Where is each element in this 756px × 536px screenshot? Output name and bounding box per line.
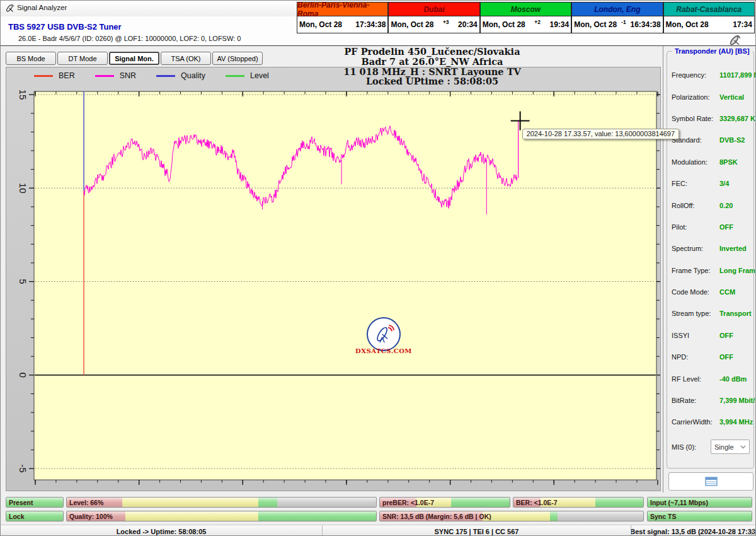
bar-label: Sync TS — [650, 513, 676, 520]
bar-segments — [67, 498, 376, 507]
dxsatcs-logo: DXSATCS.COM — [349, 317, 418, 354]
clock-date: Mon, Oct 28 — [666, 20, 709, 29]
clock-time: 20:34 — [458, 20, 478, 29]
transponder-row-label: RF Level: — [672, 375, 719, 383]
clock-time: 17:34:38 — [355, 20, 386, 29]
svg-text:0: 0 — [18, 373, 28, 378]
signal-bar-sync-ts: Sync TS — [647, 511, 752, 521]
clock-time: 19:34 — [549, 20, 569, 29]
transponder-row: FEC:3/4 — [672, 173, 750, 194]
clock-date: Mon, Oct 28 — [574, 20, 617, 29]
transponder-row: Polarization:Vertical — [672, 86, 750, 107]
bar-segment-yellow — [125, 511, 258, 521]
transponder-row-label: ISSYI — [672, 332, 719, 339]
chart-title-line3: 11 018 MHz_H : SNRT Layoune TV — [265, 67, 599, 77]
transponder-row: CarrierWidth:3,994 MHz — [672, 411, 750, 433]
bar-segment-yellow — [483, 511, 550, 521]
clock-utc-offset: +3 — [433, 19, 458, 25]
transponder-panel-title: Transponder (AU) [BS] — [672, 47, 752, 55]
transponder-panel: Transponder (AU) [BS] Frequency:11017,89… — [667, 51, 754, 469]
bar-label: BER: <1.0E-7 — [516, 499, 558, 506]
transponder-row-label: CarrierWidth: — [672, 418, 719, 426]
transponder-row: Symbol Rate:3329,687 KS/s — [672, 108, 750, 129]
clock-time-row: Mon, Oct 2817:34:38 — [297, 16, 388, 33]
transponder-row-label: NPD: — [672, 353, 719, 361]
transponder-row-value: 3/4 — [719, 180, 729, 187]
status-sync-counters: SYNC 175 | TEI 6 | CC 567 — [322, 525, 631, 536]
svg-text:-5: -5 — [18, 464, 28, 472]
panel-divider — [663, 46, 663, 492]
svg-text:15: 15 — [18, 90, 28, 100]
mode-button-dt-mode[interactable]: DT Mode — [57, 52, 108, 65]
clock-city: Berlin-Paris-Vienna-Roma — [297, 2, 388, 16]
clock-date: Mon, Oct 28 — [483, 20, 525, 29]
transponder-row-label: Modulation: — [672, 158, 719, 166]
clock-time-row: Mon, Oct 28-116:34:38 — [571, 16, 663, 33]
transponder-row: RollOff:0.20 — [672, 194, 750, 216]
clock-cell-2: MoscowMon, Oct 28+219:34 — [480, 2, 571, 34]
resize-grip[interactable] — [748, 528, 755, 535]
transponder-row-value: 7,399 Mbit/s — [719, 397, 756, 404]
clock-utc-offset: -1 — [617, 19, 630, 25]
transponder-list-button[interactable] — [668, 472, 753, 491]
mis-dropdown[interactable]: Single — [711, 440, 750, 454]
tuner-details: 26.0E - Badr 4/5/6/7 (ID: 0260) @ LOF1: … — [18, 35, 241, 42]
chart-tooltip: 2024-10-28 17.33.57, value: 13,600000381… — [522, 129, 680, 139]
clock-city: Moscow — [480, 2, 571, 16]
bar-label: Quality: 100% — [69, 513, 113, 520]
transponder-row: RF Level:-40 dBm — [672, 368, 750, 389]
signal-bar-level: Level: 66% — [66, 497, 377, 508]
transponder-row-value: 3329,687 KS/s — [719, 115, 756, 122]
transponder-row-label: Polarization: — [672, 93, 719, 101]
bar-label: Present — [9, 499, 33, 506]
clock-time-row: Mon, Oct 28+320:34 — [388, 16, 479, 33]
world-clock-panel: Berlin-Paris-Vienna-RomaMon, Oct 2817:34… — [297, 2, 755, 34]
mode-button-signal-mon[interactable]: Signal Mon. — [109, 52, 159, 65]
mode-button-bs-mode[interactable]: BS Mode — [6, 52, 56, 65]
signal-bar-present: Present — [6, 497, 64, 508]
transponder-row: Code Mode:CCM — [672, 281, 750, 303]
bar-label: Input (~7,11 Mbps) — [650, 499, 708, 506]
dxsatcs-logo-text: DXSATCS.COM — [349, 347, 418, 354]
tuner-name: TBS 5927 USB DVB-S2 Tuner — [8, 22, 122, 32]
clock-time: 17:34 — [733, 20, 752, 29]
transponder-row: Standard:DVB-S2 — [672, 129, 750, 151]
bar-label: Level: 66% — [69, 499, 103, 506]
transponder-row-value: -40 dBm — [719, 375, 747, 383]
transponder-row: NPD:OFF — [672, 346, 750, 368]
transponder-row-label: Pilot: — [672, 223, 719, 231]
clock-city: Rabat-Casablanca — [663, 2, 755, 16]
transponder-row-label: Stream type: — [672, 310, 719, 317]
clock-cell-1: DubaiMon, Oct 28+320:34 — [388, 2, 479, 34]
transponder-row: ISSYIOFF — [672, 325, 750, 346]
transponder-row-label: FEC: — [672, 180, 719, 187]
clock-date: Mon, Oct 28 — [391, 20, 433, 29]
svg-text:10: 10 — [18, 183, 28, 194]
bar-label: preBER: <1.0E-7 — [382, 499, 434, 506]
status-lock-uptime: Locked -> Uptime: 58:08:05 — [1, 525, 322, 536]
transponder-row-label: Frame Type: — [672, 267, 719, 274]
bar-segment-green — [258, 511, 376, 521]
transponder-row-value: OFF — [719, 353, 733, 361]
mode-button-tsa-ok[interactable]: TSA (OK) — [161, 52, 211, 65]
mis-dropdown-value: Single — [714, 443, 734, 451]
bar-segment-green — [595, 498, 643, 507]
clock-city: Dubai — [388, 2, 479, 16]
mis-row: MIS (0): Single — [672, 439, 750, 455]
signal-bar-quality: Quality: 100% — [66, 511, 377, 521]
clock-cell-4: Rabat-CasablancaMon, Oct 2817:34 — [663, 2, 755, 34]
clock-time-row: Mon, Oct 2817:34 — [663, 16, 755, 33]
dxsatcs-logo-circle — [367, 317, 401, 351]
transponder-row-value: OFF — [719, 223, 733, 231]
signal-bar-lock: Lock — [6, 511, 64, 521]
satellite-dish-icon — [727, 35, 743, 46]
bar-label: Lock — [9, 513, 25, 520]
mode-button-av-stopped[interactable]: AV (Stopped) — [212, 52, 263, 65]
transponder-row-value: 8PSK — [719, 158, 738, 166]
clock-time-row: Mon, Oct 28+219:34 — [480, 16, 571, 33]
clock-time: 16:34:38 — [631, 20, 661, 29]
chart-title: PF Prodelin 450_Lučenec/Slovakia Badr 7 … — [265, 47, 599, 86]
transponder-row: Spectrum:Inverted — [672, 238, 750, 259]
transponder-row-label: RollOff: — [672, 202, 719, 209]
bar-segment-yellow — [122, 498, 258, 507]
